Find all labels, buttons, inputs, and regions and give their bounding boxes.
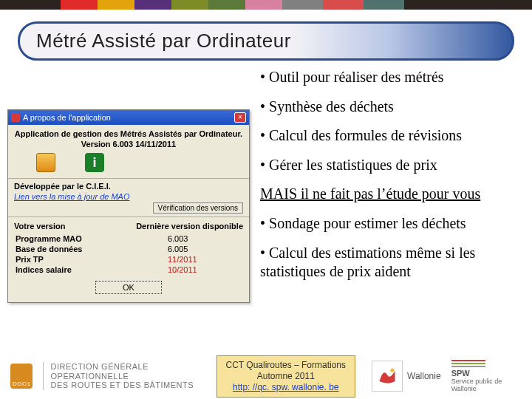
- update-link[interactable]: Lien vers la mise à jour de MAO: [14, 192, 243, 201]
- cct-line2: Automne 2011: [222, 371, 351, 382]
- info-icon: i: [85, 153, 104, 172]
- table-row: Base de données6.005: [14, 244, 243, 254]
- col-your-version: Votre version: [14, 222, 66, 231]
- spw-title: SPW: [451, 369, 470, 378]
- check-versions-button[interactable]: Vérification des versions: [153, 202, 243, 214]
- version-table: Programme MAO6.003 Base de données6.005 …: [14, 233, 243, 275]
- table-row: Prix TP11/2011: [14, 254, 243, 265]
- mao-icon: [36, 153, 55, 172]
- footer: DIRECTION GÉNÉRALE OPÉRATIONNELLE DES RO…: [0, 353, 532, 399]
- table-row: Programme MAO6.003: [14, 233, 243, 244]
- wallonie-label: Wallonie: [407, 371, 441, 381]
- top-color-bar: [0, 0, 532, 10]
- app-icon: [11, 113, 20, 122]
- spw-subtitle: Service public de Wallonie: [451, 378, 519, 392]
- version-columns-header: Votre version Dernière version disponibl…: [14, 220, 243, 231]
- bullet-item: • Outil pour réaliser des métrés: [260, 68, 511, 87]
- dgo-line2: DES ROUTES ET DES BÂTIMENTS: [51, 381, 206, 390]
- bullet-emphasis: MAIS il ne fait pas l’étude pour vous: [260, 185, 511, 204]
- dialog-dev: Développée par le C.I.E.I.: [14, 182, 243, 191]
- page-title: Métré Assisté par Ordinateur: [18, 21, 514, 61]
- bullet-item: • Calcul des formules de révisions: [260, 126, 511, 146]
- bullet-item: • Sondage pour estimer les déchets: [260, 214, 511, 233]
- dgo-logo-icon: [10, 364, 33, 389]
- dialog-desc: Application de gestion des Métrés Assist…: [14, 129, 243, 138]
- dialog-titlebar: A propos de l'application ×: [8, 110, 249, 125]
- dialog-version: Version 6.003 14/11/2011: [14, 140, 243, 149]
- col-latest-version: Dernière version disponible: [136, 222, 243, 231]
- bullet-item: • Calcul des estimations même si les sta…: [260, 244, 511, 282]
- close-icon[interactable]: ×: [234, 112, 246, 123]
- bullet-item: • Gérer les statistiques de prix: [260, 156, 511, 175]
- bullet-column: • Outil pour réaliser des métrés • Synth…: [260, 68, 511, 303]
- about-dialog: A propos de l'application × Application …: [7, 109, 250, 303]
- wallonie-logo-icon: [372, 361, 403, 392]
- cct-box: CCT Qualiroutes – Formations Automne 201…: [216, 355, 356, 398]
- dialog-title: A propos de l'application: [23, 113, 111, 122]
- cct-line1: CCT Qualiroutes – Formations: [222, 360, 351, 371]
- dgo-text: DIRECTION GÉNÉRALE OPÉRATIONNELLE DES RO…: [43, 362, 206, 390]
- bullet-item: • Synthèse des déchets: [260, 98, 511, 117]
- dgo-line1: DIRECTION GÉNÉRALE OPÉRATIONNELLE: [51, 362, 206, 381]
- cct-link[interactable]: http: //qc. spw. wallonie. be: [233, 382, 338, 392]
- spw-block: SPW Service public de Wallonie: [451, 360, 519, 392]
- svg-point-0: [390, 369, 394, 372]
- ok-button[interactable]: OK: [95, 281, 162, 294]
- table-row: Indices salaire10/2011: [14, 265, 243, 275]
